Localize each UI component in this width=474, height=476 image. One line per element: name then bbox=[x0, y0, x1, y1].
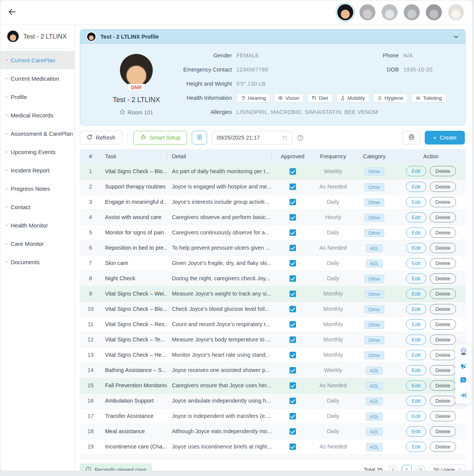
approved-checkbox[interactable] bbox=[290, 291, 296, 297]
ai-bubbles-button[interactable] bbox=[456, 359, 471, 374]
sidebar-item-documents[interactable]: Documents bbox=[0, 253, 74, 271]
sidebar-item-progress-notes[interactable]: Progress Notes bbox=[0, 179, 74, 198]
approved-checkbox[interactable] bbox=[290, 321, 296, 328]
edit-button[interactable]: Edit bbox=[406, 227, 426, 238]
sidebar-item-current-medication[interactable]: Current Medication bbox=[0, 69, 74, 88]
delete-button[interactable]: Delete bbox=[430, 227, 456, 238]
approved-checkbox[interactable] bbox=[290, 336, 296, 343]
table-row[interactable]: 7Skin careGiven Joyce’s fragile, dry, an… bbox=[80, 255, 466, 271]
approved-checkbox[interactable] bbox=[290, 352, 296, 358]
table-row[interactable]: 1Vital Signs Check – Blo...As part of da… bbox=[80, 164, 466, 179]
edit-button[interactable]: Edit bbox=[406, 197, 426, 207]
table-row[interactable]: 15Fall Prevention MonitoringCaregivers e… bbox=[80, 378, 466, 393]
help-icon[interactable] bbox=[297, 135, 304, 141]
table-row[interactable]: 18Meal assistanceAlthough Joyce eats ind… bbox=[80, 424, 466, 439]
page-1-button[interactable]: 1 bbox=[402, 465, 412, 471]
table-row[interactable]: 2Support therapy routinesJoyce is engage… bbox=[80, 179, 466, 194]
delete-button[interactable]: Delete bbox=[430, 289, 456, 299]
table-row[interactable]: 6Reposition in bed to pre...To help prev… bbox=[80, 240, 466, 255]
delete-button[interactable]: Delete bbox=[430, 273, 456, 284]
approved-checkbox[interactable] bbox=[290, 168, 296, 175]
table-row[interactable]: 12Vital Signs Check – Te...Measure Joyce… bbox=[80, 332, 466, 347]
sidebar-item-health-monitor[interactable]: Health Monitor bbox=[0, 216, 74, 234]
print-button[interactable] bbox=[403, 131, 420, 145]
approved-checkbox[interactable] bbox=[290, 275, 296, 282]
approved-checkbox[interactable] bbox=[290, 245, 296, 251]
approved-checkbox[interactable] bbox=[290, 382, 296, 389]
delete-button[interactable]: Delete bbox=[430, 166, 456, 176]
edit-button[interactable]: Edit bbox=[406, 365, 426, 375]
delete-button[interactable]: Delete bbox=[430, 335, 456, 345]
approved-checkbox[interactable] bbox=[290, 444, 296, 450]
sidebar-item-current-careplan[interactable]: Current CarePlan bbox=[0, 51, 74, 69]
approved-checkbox[interactable] bbox=[290, 184, 296, 190]
avatar-6[interactable] bbox=[448, 4, 464, 20]
delete-button[interactable]: Delete bbox=[430, 243, 456, 253]
delete-button[interactable]: Delete bbox=[430, 182, 456, 192]
approved-checkbox[interactable] bbox=[290, 199, 296, 205]
sidebar-item-assessment-careplan[interactable]: Assessment & CarePlan bbox=[0, 124, 74, 143]
delete-button[interactable]: Delete bbox=[430, 365, 456, 375]
promo-tool-button[interactable] bbox=[456, 345, 471, 359]
approved-checkbox[interactable] bbox=[290, 260, 296, 266]
table-row[interactable]: 19Incontinence care (Cha...Joyce uses in… bbox=[80, 439, 466, 454]
table-row[interactable]: 11Vital Signs Check – Res...Count and re… bbox=[80, 317, 466, 332]
sidebar-item-profile[interactable]: Profile bbox=[0, 88, 74, 106]
approved-checkbox[interactable] bbox=[290, 306, 296, 312]
table-row[interactable]: 13Vital Signs Check – He...Monitor Joyce… bbox=[80, 347, 466, 362]
back-button[interactable] bbox=[8, 8, 16, 17]
edit-button[interactable]: Edit bbox=[406, 304, 426, 314]
avatar-3[interactable] bbox=[382, 4, 398, 20]
delete-button[interactable]: Delete bbox=[430, 426, 456, 437]
table-row[interactable]: 4Assist with wound careCaregivers observ… bbox=[80, 210, 466, 225]
edit-button[interactable]: Edit bbox=[406, 335, 426, 345]
delete-button[interactable]: Delete bbox=[430, 197, 456, 207]
edit-button[interactable]: Edit bbox=[406, 212, 426, 223]
delete-button[interactable]: Delete bbox=[430, 411, 456, 421]
edit-button[interactable]: Edit bbox=[406, 380, 426, 391]
avatar-4[interactable] bbox=[404, 4, 420, 20]
edit-button[interactable]: Edit bbox=[406, 411, 426, 421]
chevron-down-icon[interactable] bbox=[453, 34, 459, 40]
delete-button[interactable]: Delete bbox=[430, 380, 456, 391]
approved-checkbox[interactable] bbox=[290, 229, 296, 236]
table-row[interactable]: 9Vital Signs Check – Wei...Measure Joyce… bbox=[80, 286, 466, 301]
sidebar-item-medical-records[interactable]: Medical Records bbox=[0, 106, 74, 124]
edit-button[interactable]: Edit bbox=[406, 243, 426, 253]
approved-checkbox[interactable] bbox=[290, 413, 296, 419]
approved-checkbox[interactable] bbox=[290, 367, 296, 374]
table-row[interactable]: 5Monitor for signs of painCaregivers con… bbox=[80, 225, 466, 240]
page-size-select[interactable]: 50 / page bbox=[429, 465, 466, 471]
delete-button[interactable]: Delete bbox=[430, 319, 456, 330]
approved-checkbox[interactable] bbox=[290, 214, 296, 221]
edit-button[interactable]: Edit bbox=[406, 319, 426, 330]
avatar-2[interactable] bbox=[359, 4, 375, 20]
edit-button[interactable]: Edit bbox=[406, 426, 426, 437]
sidebar-item-contact[interactable]: Contact bbox=[0, 198, 74, 216]
delete-button[interactable]: Delete bbox=[430, 304, 456, 314]
edit-button[interactable]: Edit bbox=[406, 442, 426, 452]
edit-button[interactable]: Edit bbox=[406, 350, 426, 360]
delete-button[interactable]: Delete bbox=[430, 212, 456, 223]
avatar-patient-active[interactable] bbox=[337, 4, 353, 20]
delete-button[interactable]: Delete bbox=[430, 396, 456, 406]
table-row[interactable]: 16Ambulation SupportJoyce ambulate indep… bbox=[80, 393, 466, 408]
table-row[interactable]: 3Engage in meaningful d...Joyce’s intere… bbox=[80, 194, 466, 210]
approved-checkbox[interactable] bbox=[290, 398, 296, 404]
prev-page-button[interactable] bbox=[388, 465, 398, 471]
sidebar-item-upcoming-events[interactable]: Upcoming Events bbox=[0, 143, 74, 161]
delete-button[interactable]: Delete bbox=[430, 350, 456, 360]
table-row[interactable]: 17Transfer AssistanceJoyce is independen… bbox=[80, 408, 466, 424]
edit-button[interactable]: Edit bbox=[406, 182, 426, 192]
edit-button[interactable]: Edit bbox=[406, 273, 426, 284]
approved-checkbox[interactable] bbox=[290, 428, 296, 435]
notes-button[interactable] bbox=[192, 131, 207, 145]
delete-button[interactable]: Delete bbox=[430, 442, 456, 452]
chat-insights-button[interactable] bbox=[456, 374, 471, 388]
create-button[interactable]: + Create bbox=[425, 131, 465, 145]
edit-button[interactable]: Edit bbox=[406, 166, 426, 176]
refresh-button[interactable]: Refresh bbox=[80, 131, 122, 145]
date-time-input[interactable]: 09/25/2025 21:17 bbox=[212, 131, 293, 145]
collapse-panel-button[interactable] bbox=[456, 388, 471, 403]
edit-button[interactable]: Edit bbox=[406, 396, 426, 406]
